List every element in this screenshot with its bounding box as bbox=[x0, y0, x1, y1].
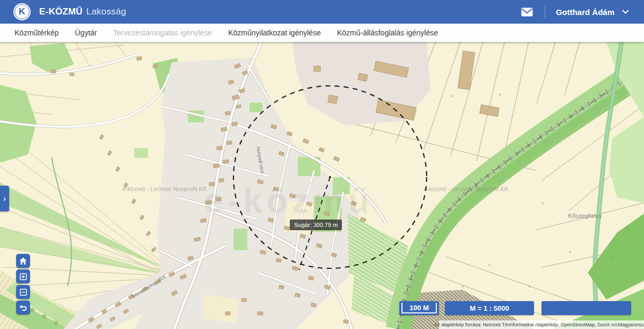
map-attribution: Az alaptérkép forrása: Nemzeti Térinform… bbox=[439, 320, 644, 329]
tab-tervezestamogatas: Tervezéstámogatás igénylése bbox=[113, 28, 212, 37]
scale-bar-label: 100 M bbox=[401, 303, 437, 313]
map-canvas[interactable]: ıııııı ıııııı ıııııı bbox=[0, 42, 644, 329]
watermark-text-2: e-közmű - Lechner Nonprofit Kft. bbox=[424, 186, 509, 192]
home-button[interactable] bbox=[16, 254, 30, 268]
logo-letter: K bbox=[13, 3, 31, 20]
watermark-big: e-közmű bbox=[204, 181, 374, 220]
tab-kozmunyilatkozat[interactable]: Közműnyilatkozat igénylése bbox=[228, 28, 321, 37]
zoom-in-icon bbox=[20, 273, 27, 280]
undo-icon bbox=[19, 304, 27, 311]
svg-text:ıı: ıı bbox=[542, 201, 544, 205]
svg-text:ıı: ıı bbox=[499, 92, 501, 96]
user-name: Gotthard Ádám bbox=[556, 8, 614, 17]
tab-kozmu-allasfoglalas[interactable]: Közmű-állásfoglalás igénylése bbox=[337, 28, 438, 37]
user-menu[interactable]: Gotthard Ádám bbox=[556, 8, 629, 17]
zoom-out-button[interactable] bbox=[16, 285, 30, 299]
basemap: ıııııı ıııııı ıııııı bbox=[0, 42, 644, 329]
mail-button[interactable] bbox=[520, 6, 534, 18]
app-title-main: E-KÖZMŰ bbox=[39, 6, 83, 17]
panel-expander-button[interactable]: › bbox=[0, 186, 9, 211]
svg-text:ıı: ıı bbox=[451, 94, 453, 98]
app-header: K E-KÖZMŰ Lakosság Gotthard Ádám bbox=[0, 0, 644, 24]
home-icon bbox=[19, 258, 27, 265]
app-title: E-KÖZMŰ Lakosság bbox=[39, 6, 126, 17]
app-logo: K bbox=[13, 3, 31, 20]
map-controls bbox=[16, 254, 30, 315]
scale-ratio-button[interactable]: M = 1 : 5000 bbox=[445, 301, 534, 315]
scale-input-box[interactable] bbox=[541, 301, 631, 315]
zoom-out-icon bbox=[20, 289, 27, 296]
svg-text:ıı: ıı bbox=[462, 284, 464, 288]
header-divider bbox=[545, 5, 545, 18]
svg-text:ıı: ıı bbox=[529, 284, 531, 288]
chevron-right-icon: › bbox=[3, 194, 6, 203]
svg-text:ıı: ıı bbox=[569, 250, 571, 253]
tab-kozmuterkep[interactable]: Közműtérkép bbox=[14, 28, 58, 37]
main-nav: Közműtérkép Ügytár Tervezéstámogatás igé… bbox=[0, 24, 644, 42]
undo-button[interactable] bbox=[16, 301, 30, 315]
scale-bar: 100 M bbox=[399, 301, 439, 315]
zoom-in-button[interactable] bbox=[16, 269, 30, 283]
app-title-sub: Lakosság bbox=[86, 6, 126, 17]
watermark-text-1: e-közmű - Lechner Nonprofit Kft. bbox=[122, 186, 208, 192]
locality-label: Kőszegfalva bbox=[568, 213, 602, 219]
chevron-down-icon bbox=[622, 10, 629, 14]
header-right: Gotthard Ádám bbox=[520, 5, 644, 18]
svg-text:ıı: ıı bbox=[488, 263, 491, 267]
scale-widgets: 100 M M = 1 : 5000 bbox=[399, 301, 631, 315]
mail-icon bbox=[521, 8, 533, 17]
tab-ugytar[interactable]: Ügytár bbox=[75, 28, 97, 37]
